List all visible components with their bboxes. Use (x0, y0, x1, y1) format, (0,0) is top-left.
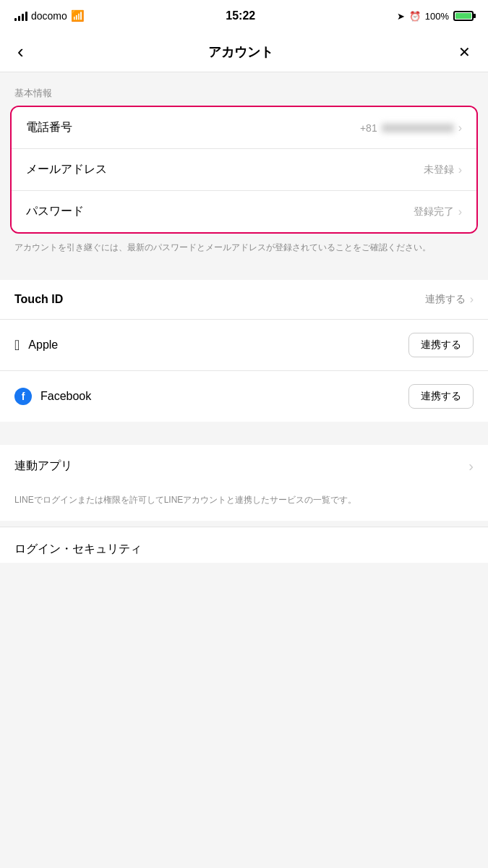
alarm-icon: ⏰ (409, 11, 421, 22)
facebook-label-area: f Facebook (14, 388, 91, 405)
status-right: ➤ ⏰ 100% (397, 11, 474, 22)
signal-icon (14, 11, 27, 21)
location-icon: ➤ (397, 11, 405, 22)
login-security-row[interactable]: ログイン・セキュリティ (0, 527, 488, 563)
linked-apps-label: 連動アプリ (14, 459, 72, 474)
touch-id-section: Touch ID 連携する › (0, 280, 488, 319)
phone-chevron-icon: › (458, 122, 462, 135)
gap-1 (0, 268, 488, 280)
nav-bar: ‹ アカウント ✕ (0, 32, 488, 72)
back-button[interactable]: ‹ (14, 38, 27, 66)
time-label: 15:22 (226, 9, 255, 22)
gap-3 (0, 433, 488, 445)
facebook-section: f Facebook 連携する (0, 371, 488, 422)
apple-row[interactable]:  Apple 連携する (0, 320, 488, 370)
account-description: アカウントを引き継ぐには、最新のパスワードとメールアドレスが登録されていることを… (0, 234, 488, 268)
facebook-row[interactable]: f Facebook 連携する (0, 371, 488, 422)
touch-id-row[interactable]: Touch ID 連携する › (0, 280, 488, 319)
linked-apps-section: 連動アプリ › LINEでログインまたは権限を許可してLINEアカウントと連携し… (0, 445, 488, 521)
content-area: 基本情報 電話番号 +81 › メールアドレス 未登録 › パスワード 登録完了 (0, 72, 488, 868)
wifi-icon: 📶 (71, 9, 85, 22)
phone-number-prefix: +81 (360, 122, 377, 134)
email-chevron-icon: › (458, 163, 462, 176)
gap-2 (0, 422, 488, 433)
email-row[interactable]: メールアドレス 未登録 › (12, 149, 476, 191)
touch-id-label: Touch ID (14, 293, 63, 306)
password-row[interactable]: パスワード 登録完了 › (12, 191, 476, 232)
status-left: docomo 📶 (14, 9, 85, 22)
phone-number-row[interactable]: 電話番号 +81 › (12, 107, 476, 149)
battery-icon (453, 11, 474, 21)
email-value-area: 未登録 › (424, 163, 462, 176)
page-title: アカウント (208, 43, 273, 61)
touch-id-value: 連携する (425, 293, 466, 306)
highlighted-card: 電話番号 +81 › メールアドレス 未登録 › パスワード 登録完了 › (10, 106, 478, 234)
password-value: 登録完了 (414, 205, 454, 218)
phone-number-label: 電話番号 (26, 120, 72, 135)
touch-id-value-area: 連携する › (425, 293, 474, 306)
apple-label-area:  Apple (14, 337, 58, 354)
gap-4 (0, 521, 488, 527)
phone-number-blurred (382, 124, 454, 132)
carrier-label: docomo (31, 10, 67, 22)
email-label: メールアドレス (26, 162, 107, 177)
linked-apps-description: LINEでログインまたは権限を許可してLINEアカウントと連携したサービスの一覧… (0, 488, 488, 521)
basic-info-section-label: 基本情報 (0, 72, 488, 106)
apple-connect-button[interactable]: 連携する (408, 333, 474, 357)
linked-apps-chevron-icon: › (468, 458, 474, 475)
email-value: 未登録 (424, 163, 454, 176)
login-security-label: ログイン・セキュリティ (14, 542, 142, 555)
phone-number-value-area: +81 › (360, 122, 462, 135)
facebook-label: Facebook (40, 390, 91, 403)
apple-icon:  (14, 337, 20, 354)
apple-label: Apple (28, 339, 58, 352)
status-bar: docomo 📶 15:22 ➤ ⏰ 100% (0, 0, 488, 32)
close-button[interactable]: ✕ (455, 41, 474, 64)
linked-apps-row[interactable]: 連動アプリ › (0, 445, 488, 488)
password-chevron-icon: › (458, 205, 462, 218)
facebook-connect-button[interactable]: 連携する (408, 384, 474, 409)
battery-percent: 100% (425, 11, 449, 22)
touch-id-chevron-icon: › (470, 293, 474, 306)
password-value-area: 登録完了 › (414, 205, 462, 218)
password-label: パスワード (26, 204, 84, 219)
facebook-icon: f (14, 388, 32, 405)
apple-section:  Apple 連携する (0, 320, 488, 370)
